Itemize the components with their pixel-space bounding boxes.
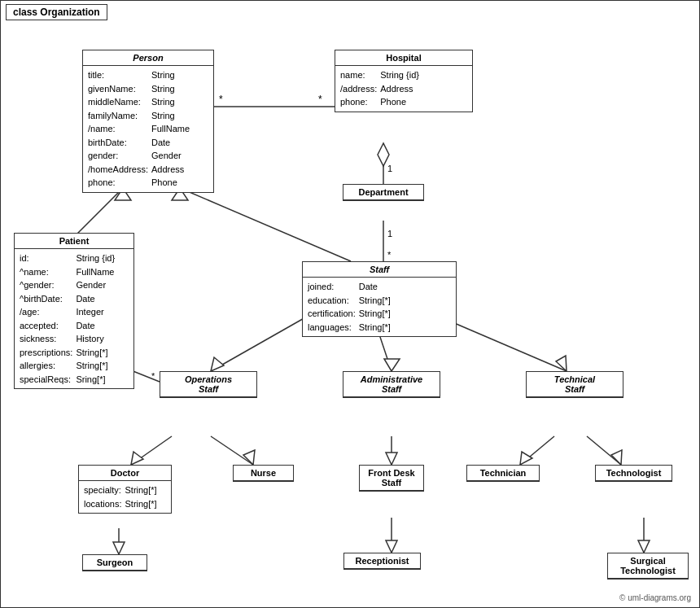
technologist-class: Technologist (595, 465, 672, 482)
operations-staff-class: OperationsStaff (160, 371, 257, 398)
technician-title: Technician (467, 466, 539, 481)
hospital-body: name:String {id} /address:Address phone:… (335, 66, 472, 112)
uml-diagram: class Organization * * 1 * 1 * (0, 0, 700, 608)
doctor-body: specialty:String[*] locations:String[*] (79, 481, 171, 513)
hospital-class: Hospital name:String {id} /address:Addre… (335, 50, 473, 112)
surgical-technologist-class: SurgicalTechnologist (607, 553, 689, 580)
person-body: title:String givenName:String middleName… (83, 66, 213, 192)
svg-marker-24 (131, 452, 143, 465)
svg-text:*: * (219, 94, 223, 105)
svg-line-12 (180, 188, 351, 261)
diagram-title: class Organization (6, 4, 107, 20)
svg-text:1: 1 (387, 164, 392, 173)
svg-line-10 (74, 188, 123, 237)
svg-marker-32 (611, 450, 622, 465)
technologist-title: Technologist (596, 466, 672, 481)
svg-marker-34 (113, 542, 125, 554)
svg-marker-19 (556, 356, 567, 371)
svg-line-25 (211, 436, 253, 465)
technician-class: Technician (466, 465, 540, 482)
nurse-title: Nurse (234, 466, 293, 481)
svg-marker-4 (378, 143, 389, 166)
svg-marker-26 (243, 450, 255, 465)
svg-line-23 (131, 436, 172, 465)
svg-text:1: 1 (387, 229, 392, 238)
nurse-class: Nurse (233, 465, 294, 482)
svg-marker-17 (384, 359, 400, 371)
technical-staff-title: TechnicalStaff (527, 372, 623, 397)
receptionist-class: Receptionist (343, 553, 421, 570)
svg-marker-38 (638, 540, 650, 553)
patient-class: Patient id:String {id} ^name:FullName ^g… (14, 233, 134, 389)
doctor-title: Doctor (79, 466, 171, 481)
operations-staff-title: OperationsStaff (160, 372, 256, 397)
person-title: Person (83, 50, 213, 66)
patient-title: Patient (15, 234, 133, 249)
front-desk-staff-class: Front DeskStaff (359, 465, 424, 492)
svg-text:*: * (151, 371, 155, 381)
department-title: Department (343, 185, 423, 200)
doctor-class: Doctor specialty:String[*] locations:Str… (78, 465, 172, 514)
front-desk-staff-title: Front DeskStaff (360, 466, 423, 491)
svg-marker-36 (386, 540, 397, 553)
technical-staff-class: TechnicalStaff (526, 371, 623, 398)
svg-marker-28 (386, 453, 397, 465)
person-class: Person title:String givenName:String mid… (82, 50, 214, 193)
administrative-staff-title: AdministrativeStaff (343, 372, 440, 397)
surgeon-title: Surgeon (83, 555, 147, 571)
receptionist-title: Receptionist (344, 553, 420, 569)
surgeon-class: Surgeon (82, 554, 147, 571)
svg-marker-30 (520, 452, 532, 465)
svg-line-31 (587, 436, 621, 465)
svg-marker-15 (211, 357, 224, 371)
staff-title: Staff (303, 262, 456, 278)
department-class: Department (343, 184, 424, 201)
copyright-text: © uml-diagrams.org (619, 593, 691, 602)
svg-line-29 (520, 436, 554, 465)
administrative-staff-class: AdministrativeStaff (343, 371, 440, 398)
patient-body: id:String {id} ^name:FullName ^gender:Ge… (15, 249, 133, 388)
svg-text:*: * (387, 250, 392, 260)
staff-class: Staff joined:Date education:String[*] ce… (302, 261, 457, 337)
surgical-technologist-title: SurgicalTechnologist (608, 553, 688, 579)
svg-text:*: * (318, 94, 322, 105)
hospital-title: Hospital (335, 50, 472, 66)
staff-body: joined:Date education:String[*] certific… (303, 278, 456, 336)
